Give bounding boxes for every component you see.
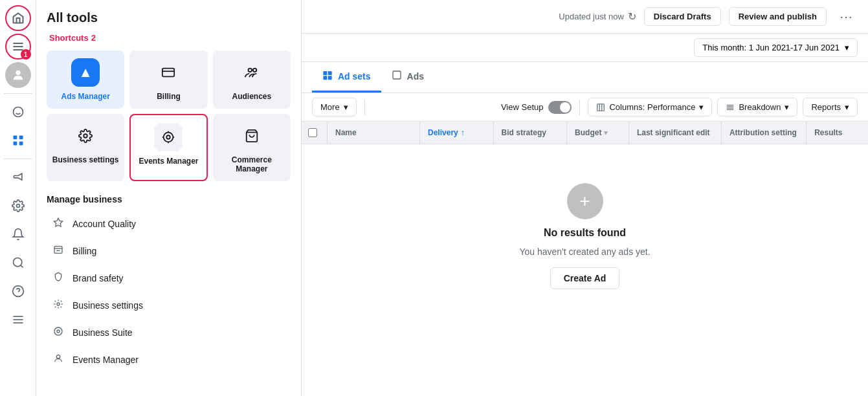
- shortcut-commerce-manager[interactable]: Commerce Manager: [213, 114, 291, 181]
- events-manager-icon: [154, 123, 183, 151]
- search-sidebar-icon[interactable]: [5, 250, 31, 276]
- user-avatar[interactable]: [5, 62, 31, 88]
- manage-business-list: Account Quality Billing Brand safety: [47, 211, 291, 373]
- svg-point-35: [54, 327, 62, 335]
- th-budget: Budget ▾: [567, 122, 629, 144]
- business-settings-label: Business settings: [52, 155, 119, 164]
- svg-rect-38: [323, 71, 327, 75]
- megaphone-icon[interactable]: [5, 164, 31, 190]
- commerce-manager-label: Commerce Manager: [218, 155, 285, 173]
- tab-ads[interactable]: Ads: [381, 62, 434, 93]
- svg-point-3: [16, 71, 20, 75]
- svg-rect-7: [13, 136, 17, 140]
- commerce-manager-icon: [238, 122, 266, 150]
- breakdown-label: Breakdown: [739, 102, 781, 112]
- date-selector[interactable]: This month: 1 Jun 2021-17 Jun 2021 ▾: [694, 38, 858, 57]
- manage-business-title: Manage business: [47, 194, 291, 204]
- breakdown-button[interactable]: Breakdown ▾: [717, 98, 797, 116]
- billing-label: Billing: [157, 92, 181, 101]
- top-bar: Updated just now ↻ Discard Drafts Review…: [302, 0, 868, 34]
- budget-info-icon: ▾: [604, 129, 608, 137]
- th-last-edit: Last significant edit: [629, 122, 722, 144]
- shortcut-business-settings[interactable]: Business settings: [47, 114, 124, 181]
- refresh-icon[interactable]: ↻: [628, 10, 636, 23]
- date-dropdown-icon: ▾: [845, 43, 849, 52]
- th-delivery-label: Delivery: [428, 128, 458, 137]
- ads-tab-label: Ads: [407, 71, 424, 82]
- manage-item-business-suite[interactable]: Business Suite: [47, 320, 291, 346]
- no-results-title: No results found: [544, 227, 626, 239]
- more-bottom-icon[interactable]: [5, 307, 31, 333]
- shortcuts-grid: ▲ Ads Manager Billing: [47, 50, 291, 181]
- manage-item-account-quality[interactable]: Account Quality: [47, 211, 291, 237]
- manage-item-brand-safety[interactable]: Brand safety: [47, 265, 291, 291]
- bell-icon[interactable]: [5, 221, 31, 247]
- manage-item-billing[interactable]: Billing: [47, 238, 291, 264]
- brand-safety-label: Brand safety: [72, 273, 124, 283]
- shortcut-billing[interactable]: Billing: [129, 50, 207, 109]
- svg-point-11: [16, 204, 19, 208]
- more-toolbar-button[interactable]: More ▾: [312, 98, 357, 116]
- ads-manager-label: Ads Manager: [61, 92, 109, 101]
- all-tools-panel: All tools Shortcuts2 ▲ Ads Manager Billi…: [36, 0, 302, 396]
- shortcut-events-manager[interactable]: Events Manager: [129, 114, 207, 181]
- tab-ad-sets[interactable]: Ad sets: [312, 62, 381, 93]
- shortcut-ads-manager[interactable]: ▲ Ads Manager: [47, 50, 124, 109]
- menu-icon[interactable]: 1: [5, 34, 31, 60]
- toolbar-separator-1: [364, 100, 365, 115]
- th-name: Name: [328, 122, 420, 144]
- home-icon[interactable]: [5, 5, 31, 31]
- help-icon[interactable]: [5, 278, 31, 304]
- review-publish-button[interactable]: Review and publish: [729, 7, 827, 26]
- add-circle-button[interactable]: +: [567, 183, 603, 219]
- svg-point-36: [57, 330, 60, 333]
- business-settings-icon: [71, 122, 100, 150]
- audiences-label: Audiences: [232, 92, 271, 101]
- updated-status: Updated just now ↻: [559, 10, 636, 23]
- svg-line-13: [20, 265, 23, 268]
- manage-item-events-manager2[interactable]: Events Manager: [47, 347, 291, 373]
- business-settings2-icon: [52, 299, 65, 312]
- svg-rect-42: [393, 71, 401, 79]
- columns-dropdown-icon: ▾: [699, 102, 704, 112]
- table-area: Name Delivery ↑ Bid strategy Budget ▾ La…: [302, 122, 868, 396]
- manage-item-business-settings2[interactable]: Business settings: [47, 292, 291, 318]
- discard-drafts-button[interactable]: Discard Drafts: [644, 7, 721, 26]
- updated-text-label: Updated just now: [559, 12, 623, 21]
- create-ad-button[interactable]: Create Ad: [550, 267, 620, 289]
- columns-icon: [596, 103, 605, 112]
- svg-point-23: [83, 134, 87, 138]
- more-options-button[interactable]: ⋯: [834, 5, 858, 28]
- date-bar: This month: 1 Jun 2021-17 Jun 2021 ▾: [302, 34, 868, 62]
- settings-icon[interactable]: [5, 193, 31, 219]
- columns-button[interactable]: Columns: Performance ▾: [588, 98, 712, 116]
- toolbar-separator-2: [579, 100, 580, 115]
- th-attribution: Attribution setting: [722, 122, 807, 144]
- svg-rect-10: [19, 142, 23, 146]
- shortcut-audiences[interactable]: Audiences: [213, 50, 291, 109]
- reports-label: Reports: [811, 102, 841, 112]
- grid-icon[interactable]: [5, 127, 31, 153]
- svg-point-34: [57, 303, 60, 305]
- columns-label: Columns: Performance: [609, 102, 695, 112]
- empty-state: + No results found You haven't created a…: [302, 144, 868, 328]
- audiences-icon: [238, 58, 266, 87]
- svg-rect-41: [328, 76, 332, 80]
- th-delivery[interactable]: Delivery ↑: [420, 122, 494, 144]
- view-setup-toggle[interactable]: [548, 101, 572, 114]
- reports-dropdown-icon: ▾: [845, 102, 849, 112]
- business-suite-icon: [52, 326, 65, 339]
- all-tools-title: All tools: [47, 10, 291, 25]
- breakdown-dropdown-icon: ▾: [785, 102, 789, 112]
- reports-button[interactable]: Reports ▾: [803, 98, 858, 116]
- events-manager2-label: Events Manager: [72, 355, 139, 365]
- smiley-icon[interactable]: [5, 99, 31, 125]
- events-manager2-icon: [52, 353, 65, 366]
- ad-sets-tab-label: Ad sets: [338, 71, 371, 82]
- ads-manager-icon: ▲: [71, 58, 100, 87]
- business-settings2-label: Business settings: [72, 300, 143, 311]
- icon-sidebar: 1: [0, 0, 36, 396]
- view-setup-label: View Setup: [501, 102, 544, 112]
- select-all-checkbox[interactable]: [308, 128, 317, 137]
- svg-rect-43: [597, 104, 605, 111]
